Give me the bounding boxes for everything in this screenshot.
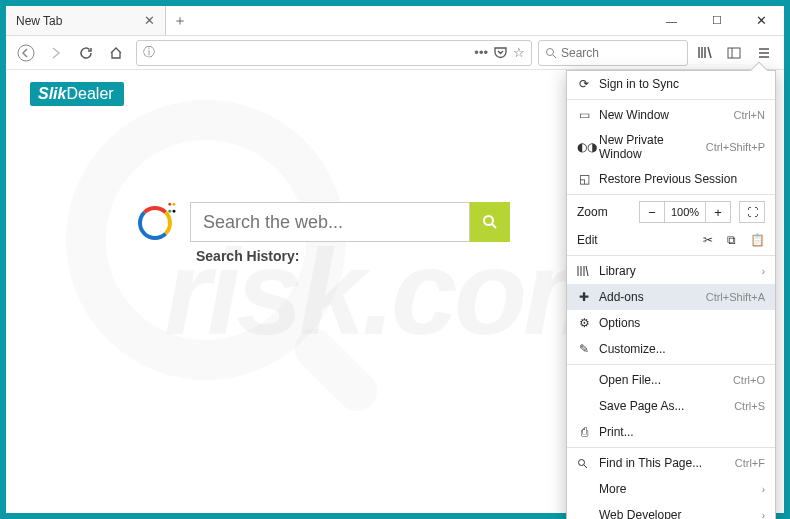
library-icon [577,265,591,277]
hamburger-icon [757,46,771,60]
menu-options[interactable]: ⚙ Options [567,310,775,336]
browser-tab[interactable]: New Tab ✕ [6,6,166,35]
copy-button[interactable]: ⧉ [727,233,736,247]
search-icon [545,47,557,59]
zoom-label: Zoom [577,205,608,219]
cut-button[interactable]: ✂ [703,233,713,247]
watermark-shape [287,321,386,420]
edit-label: Edit [577,233,695,247]
main-search-box[interactable] [190,202,470,242]
home-icon [109,46,123,60]
menu-button[interactable] [750,39,778,67]
arrow-right-icon [49,46,63,60]
zoom-out-button[interactable]: − [639,201,665,223]
menu-find[interactable]: Find in This Page... Ctrl+F [567,450,775,476]
window-icon: ▭ [577,108,591,122]
menu-separator [567,194,775,195]
close-tab-icon[interactable]: ✕ [144,13,155,28]
zoom-in-button[interactable]: + [705,201,731,223]
main-search-input[interactable] [203,212,457,233]
menu-separator [567,255,775,256]
maximize-button[interactable]: ☐ [694,6,739,35]
chevron-right-icon: › [762,484,765,495]
print-icon: ⎙ [577,425,591,439]
menu-separator [567,99,775,100]
menu-print[interactable]: ⎙ Print... [567,419,775,445]
svg-point-1 [547,48,554,55]
arrow-left-icon [17,44,35,62]
reload-button[interactable] [72,39,100,67]
site-logo: SlikDealer [30,82,124,106]
search-icon [577,458,591,469]
app-menu-panel: ⟳ Sign in to Sync ▭ New Window Ctrl+N ◐◑… [566,70,776,519]
svg-rect-2 [728,48,740,58]
search-icon [482,214,498,230]
menu-addons[interactable]: ✚ Add-ons Ctrl+Shift+A [567,284,775,310]
titlebar-drag-area [194,6,649,35]
search-bar[interactable] [538,40,688,66]
search-engine-logo: ●●●● [136,200,180,244]
menu-zoom: Zoom − 100% + ⛶ [567,197,775,227]
svg-point-3 [484,216,493,225]
menu-restore-session[interactable]: ◱ Restore Previous Session [567,166,775,192]
menu-separator [567,364,775,365]
forward-button[interactable] [42,39,70,67]
page-actions-icon[interactable]: ••• [474,45,488,60]
home-button[interactable] [102,39,130,67]
bookmark-star-icon[interactable]: ☆ [513,45,525,60]
fullscreen-button[interactable]: ⛶ [739,201,765,223]
toolbar: ⓘ ••• ☆ [6,36,784,70]
menu-library[interactable]: Library › [567,258,775,284]
menu-sign-in[interactable]: ⟳ Sign in to Sync [567,71,775,97]
minimize-button[interactable]: — [649,6,694,35]
back-button[interactable] [12,39,40,67]
titlebar: New Tab ✕ ＋ — ☐ ✕ [6,6,784,36]
close-window-button[interactable]: ✕ [739,6,784,35]
paint-icon: ✎ [577,342,591,356]
pocket-icon[interactable] [494,46,507,59]
reload-icon [79,46,93,60]
menu-open-file[interactable]: Open File... Ctrl+O [567,367,775,393]
chevron-right-icon: › [762,266,765,277]
library-button[interactable] [690,39,718,67]
gear-icon: ⚙ [577,316,591,330]
sidebar-button[interactable] [720,39,748,67]
site-info-icon[interactable]: ⓘ [143,44,155,61]
main-search: ●●●● [136,200,510,244]
svg-point-0 [18,45,34,61]
menu-new-window[interactable]: ▭ New Window Ctrl+N [567,102,775,128]
address-bar[interactable]: ⓘ ••• ☆ [136,40,532,66]
zoom-level[interactable]: 100% [665,201,705,223]
menu-customize[interactable]: ✎ Customize... [567,336,775,362]
new-tab-button[interactable]: ＋ [166,6,194,35]
sidebar-icon [727,46,741,60]
tab-title: New Tab [16,14,62,28]
browser-window: New Tab ✕ ＋ — ☐ ✕ ⓘ ••• ☆ [0,0,790,519]
svg-point-4 [579,459,585,465]
paste-button[interactable]: 📋 [750,233,765,247]
restore-icon: ◱ [577,172,591,186]
logo-badge: SlikDealer [30,82,124,106]
puzzle-icon: ✚ [577,290,591,304]
menu-edit: Edit ✂ ⧉ 📋 [567,227,775,253]
chevron-right-icon: › [762,510,765,520]
search-input[interactable] [561,46,681,60]
mask-icon: ◐◑ [577,140,591,154]
menu-save-as[interactable]: Save Page As... Ctrl+S [567,393,775,419]
library-icon [697,45,712,60]
sync-icon: ⟳ [577,77,591,91]
main-search-button[interactable] [470,202,510,242]
menu-separator [567,447,775,448]
menu-new-private[interactable]: ◐◑ New Private Window Ctrl+Shift+P [567,128,775,166]
menu-more[interactable]: More › [567,476,775,502]
search-history-label: Search History: [196,248,299,264]
menu-web-developer[interactable]: Web Developer › [567,502,775,519]
